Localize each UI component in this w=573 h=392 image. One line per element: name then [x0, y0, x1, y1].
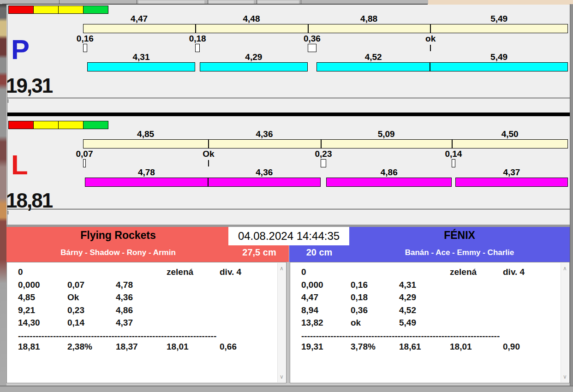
flyball-timing-screen: P 19,31 4,474,484,885,490,164,310,184,29… — [0, 0, 573, 392]
results-row-cell: ok — [351, 318, 361, 328]
results-summary-cell: 18,01 — [450, 342, 472, 352]
split-time-label: 5,09 — [378, 130, 395, 138]
crossing-ok-tick — [208, 160, 209, 166]
scroll-down-icon[interactable]: ∨ — [280, 371, 284, 382]
results-row-cell: 4,31 — [399, 280, 416, 290]
team-name-left: Flying Rockets — [6, 229, 230, 242]
team-name-right: FÉNIX — [349, 229, 570, 242]
section-divider-line — [7, 209, 570, 209]
results-row-cell: 0,000 — [18, 280, 40, 290]
results-row-cell: 0,000 — [301, 280, 323, 290]
run-time-label: 4,86 — [381, 168, 398, 177]
taskbar-strip — [0, 386, 573, 392]
results-row-cell: 0,16 — [351, 280, 368, 290]
results-row-cell: div. 4 — [220, 267, 241, 277]
results-summary-cell: 0,90 — [503, 342, 520, 352]
split-time-label: 4,85 — [137, 130, 154, 138]
results-row-cell: Ok — [67, 292, 79, 303]
traffic-light-cell — [58, 121, 84, 129]
split-time-label: 4,50 — [501, 130, 519, 138]
results-summary-cell: 18,37 — [116, 342, 138, 352]
crossing-marker-box — [83, 159, 86, 167]
results-row-cell: 4,37 — [116, 318, 133, 328]
results-row-cell: 4,86 — [116, 305, 133, 315]
timestamp-box: 04.08.2024 14:44:35 — [228, 227, 349, 245]
results-row-cell: div. 4 — [503, 267, 525, 277]
run-bar — [208, 178, 321, 187]
results-row-cell: 4,47 — [301, 292, 318, 303]
results-row-cell: 0 — [18, 267, 23, 277]
run-bar — [85, 178, 208, 187]
lane-total-time-L: 18,81 — [6, 190, 52, 211]
results-row-cell: 4,85 — [18, 292, 35, 303]
run-time-label: 4,78 — [138, 168, 155, 177]
team-dogs-right: Banán - Ace - Emmy - Charlie — [349, 248, 570, 257]
traffic-light-cell — [33, 121, 59, 129]
run-time-label: 4,36 — [256, 168, 273, 177]
results-row-cell: 13,82 — [301, 318, 323, 328]
results-summary-cell: 18,01 — [167, 342, 189, 352]
results-row-cell: 5,49 — [399, 318, 416, 328]
results-row-cell: 8,94 — [301, 305, 318, 315]
scroll-up-icon[interactable]: ∧ — [563, 263, 567, 274]
results-row-cell: 0 — [301, 267, 306, 277]
team-height-right: 20 cm — [289, 247, 349, 258]
results-summary-cell: 18,61 — [399, 342, 421, 352]
results-row-cell: 9,21 — [18, 305, 35, 315]
results-summary-cell: 19,31 — [301, 342, 323, 352]
crossing-time-label: 0,23 — [315, 149, 332, 158]
results-dash-line: ----------------------------------------… — [18, 332, 227, 340]
results-summary-cell: 0,66 — [220, 342, 237, 352]
results-text-left[interactable]: 0zelenádiv. 40,0000,074,784,85Ok4,369,21… — [6, 262, 286, 383]
text-caret — [8, 211, 8, 214]
results-summary-cell: 18,81 — [18, 342, 40, 352]
crossing-time-label: 0,14 — [445, 149, 462, 158]
team-dogs-left: Bárny - Shadow - Rony - Armin — [6, 248, 230, 257]
results-row-cell: 0,14 — [67, 318, 84, 328]
crossing-time-label: Ok — [203, 149, 214, 158]
split-divider — [452, 140, 453, 148]
results-row-cell: 4,52 — [399, 305, 416, 315]
run-bar — [455, 178, 568, 187]
split-time-label: 4,36 — [256, 130, 273, 138]
scrollbar-right[interactable]: ∧ ∨ — [561, 263, 569, 382]
results-row-cell: 0,36 — [351, 305, 368, 315]
scroll-up-icon[interactable]: ∧ — [280, 263, 284, 274]
traffic-light-cell — [8, 121, 34, 129]
results-row-cell: 14,30 — [18, 318, 40, 328]
lane-letter-L: L — [11, 151, 28, 179]
results-row-cell: 4,78 — [116, 280, 133, 290]
results-row-cell: 4,29 — [399, 292, 416, 303]
results-summary-cell: 2,38% — [67, 342, 92, 352]
scroll-down-icon[interactable]: ∨ — [563, 371, 567, 382]
crossing-marker-box — [321, 159, 327, 167]
split-bar — [83, 139, 568, 148]
results-row-cell: zelená — [167, 267, 193, 277]
results-summary-cell: 3,78% — [351, 342, 376, 352]
split-divider — [321, 140, 322, 148]
results-row-cell: 0,18 — [351, 292, 368, 303]
results-text-right[interactable]: 0zelenádiv. 40,0000,164,314,470,184,298,… — [290, 262, 570, 383]
run-bar — [326, 178, 452, 187]
crossing-time-label: 0,07 — [76, 149, 93, 158]
results-row-cell: 0,23 — [67, 305, 84, 315]
traffic-light-cell — [83, 121, 108, 129]
results-row-cell: zelená — [450, 267, 477, 277]
crossing-marker-box — [452, 159, 455, 167]
results-dash-line: ----------------------------------------… — [301, 332, 510, 340]
results-row-cell: 4,36 — [116, 292, 133, 303]
run-time-label: 4,37 — [503, 168, 520, 177]
split-divider — [208, 140, 209, 148]
team-height-left: 27,5 cm — [230, 247, 289, 258]
scrollbar-left[interactable]: ∧ ∨ — [277, 263, 286, 382]
results-row-cell: 0,07 — [67, 280, 84, 290]
